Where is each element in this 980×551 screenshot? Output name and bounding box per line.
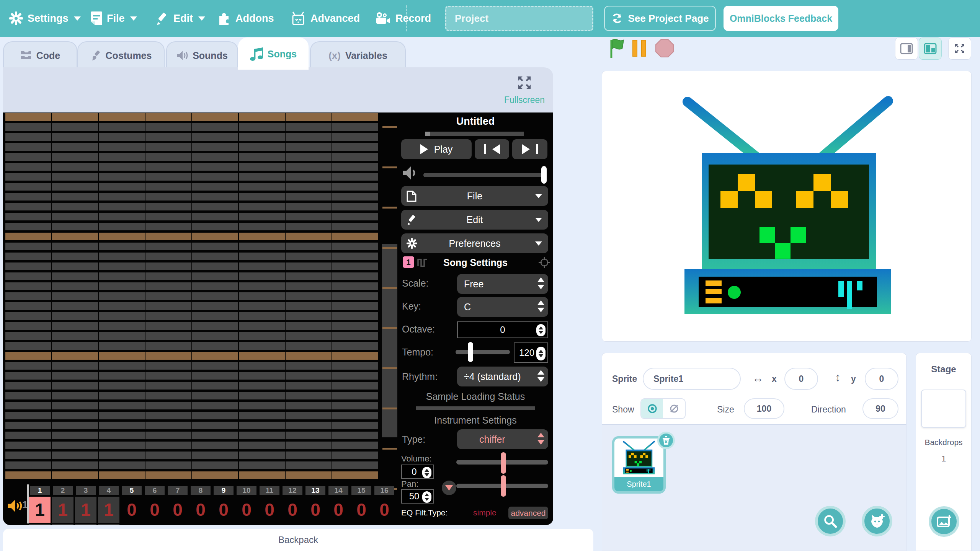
grid-cell[interactable] <box>192 173 238 181</box>
grid-cell[interactable] <box>52 153 98 161</box>
add-backdrop-button[interactable] <box>929 506 959 537</box>
grid-cell[interactable] <box>286 203 332 210</box>
select-arrows-icon[interactable] <box>537 300 544 312</box>
grid-cell[interactable] <box>52 123 98 131</box>
grid-cell[interactable] <box>239 183 285 191</box>
rhythm-select[interactable]: ÷4 (standard) <box>457 367 548 386</box>
grid-cell[interactable] <box>52 233 98 240</box>
grid-cell[interactable] <box>99 282 145 290</box>
grid-cell[interactable] <box>192 372 238 380</box>
grid-cell[interactable] <box>5 402 51 409</box>
grid-cell[interactable] <box>145 442 191 449</box>
grid-cell[interactable] <box>332 243 378 250</box>
grid-cell[interactable] <box>332 282 378 290</box>
grid-cell[interactable] <box>239 432 285 439</box>
octave-spinner[interactable] <box>536 324 546 336</box>
robot-sprite[interactable] <box>681 91 895 321</box>
stage-fullscreen-button[interactable] <box>948 37 971 60</box>
grid-cell[interactable] <box>99 322 145 330</box>
grid-cell[interactable] <box>239 422 285 429</box>
grid-cell[interactable] <box>286 442 332 449</box>
grid-cell[interactable] <box>99 272 145 280</box>
beat-value-cell[interactable]: 1 <box>98 497 119 523</box>
eq-simple-option[interactable]: simple <box>473 508 497 517</box>
grid-cell[interactable] <box>99 382 145 390</box>
grid-cell[interactable] <box>5 153 51 161</box>
grid-cell[interactable] <box>52 372 98 380</box>
grid-cell[interactable] <box>286 362 332 370</box>
grid-cell[interactable] <box>286 223 332 230</box>
grid-cell[interactable] <box>52 243 98 250</box>
grid-cell[interactable] <box>192 392 238 399</box>
grid-cell[interactable] <box>5 382 51 390</box>
grid-cell[interactable] <box>145 422 191 429</box>
grid-cell[interactable] <box>332 272 378 280</box>
grid-cell[interactable] <box>192 243 238 250</box>
grid-cell[interactable] <box>239 332 285 340</box>
grid-cell[interactable] <box>192 452 238 459</box>
grid-cell[interactable] <box>52 163 98 171</box>
grid-cell[interactable] <box>286 153 332 161</box>
grid-cell[interactable] <box>332 471 378 479</box>
grid-cell[interactable] <box>286 262 332 270</box>
grid-cell[interactable] <box>239 262 285 270</box>
grid-cell[interactable] <box>239 123 285 131</box>
grid-cell[interactable] <box>286 402 332 409</box>
grid-cell[interactable] <box>99 243 145 250</box>
grid-cell[interactable] <box>99 253 145 260</box>
grid-cell[interactable] <box>52 352 98 360</box>
grid-cell[interactable] <box>286 143 332 151</box>
grid-cell[interactable] <box>239 362 285 370</box>
grid-cell[interactable] <box>286 233 332 240</box>
grid-cell[interactable] <box>99 312 145 320</box>
grid-cell[interactable] <box>192 233 238 240</box>
grid-cell[interactable] <box>286 342 332 350</box>
grid-cell[interactable] <box>5 133 51 141</box>
editor-fullscreen-button[interactable]: Fullscreen <box>500 75 549 106</box>
grid-cell[interactable] <box>192 432 238 439</box>
grid-cell[interactable] <box>192 302 238 310</box>
grid-cell[interactable] <box>52 133 98 141</box>
crosshair-icon[interactable] <box>538 256 550 269</box>
grid-cell[interactable] <box>239 471 285 479</box>
grid-cell[interactable] <box>5 312 51 320</box>
grid-cell[interactable] <box>192 471 238 479</box>
grid-cell[interactable] <box>192 153 238 161</box>
grid-cell[interactable] <box>145 412 191 419</box>
tempo-thumb[interactable] <box>468 342 473 362</box>
grid-cell[interactable] <box>286 193 332 201</box>
select-arrows-icon[interactable] <box>537 433 544 445</box>
select-arrows-icon[interactable] <box>537 277 544 289</box>
beat-number[interactable]: 1 <box>30 486 50 495</box>
grid-cell[interactable] <box>332 223 378 230</box>
tempo-input[interactable]: 120 <box>514 342 548 363</box>
instrument-volume-input[interactable]: 0 <box>401 465 434 479</box>
grid-cell[interactable] <box>52 302 98 310</box>
octave-input[interactable]: 0 <box>457 321 548 338</box>
grid-cell[interactable] <box>52 322 98 330</box>
grid-cell[interactable] <box>5 173 51 181</box>
grid-cell[interactable] <box>99 203 145 210</box>
grid-cell[interactable] <box>5 143 51 151</box>
grid-cell[interactable] <box>99 442 145 449</box>
grid-cell[interactable] <box>192 262 238 270</box>
grid-cell[interactable] <box>286 272 332 280</box>
y-position-input[interactable] <box>865 368 898 390</box>
grid-cell[interactable] <box>332 253 378 260</box>
grid-cell[interactable] <box>52 113 98 121</box>
grid-cell[interactable] <box>192 193 238 201</box>
grid-cell[interactable] <box>52 392 98 399</box>
beat-number[interactable]: 10 <box>237 486 256 495</box>
grid-cell[interactable] <box>52 292 98 300</box>
search-sprite-button[interactable] <box>815 506 846 536</box>
grid-cell[interactable] <box>5 262 51 270</box>
grid-cell[interactable] <box>5 203 51 210</box>
grid-cell[interactable] <box>99 133 145 141</box>
grid-cell[interactable] <box>332 153 378 161</box>
grid-cell[interactable] <box>5 243 51 250</box>
beat-number[interactable]: 7 <box>168 486 188 495</box>
grid-cell[interactable] <box>192 461 238 469</box>
song-preferences-menu[interactable]: Preferences <box>401 233 548 253</box>
grid-cell[interactable] <box>332 312 378 320</box>
settings-menu[interactable]: Settings <box>9 0 81 37</box>
